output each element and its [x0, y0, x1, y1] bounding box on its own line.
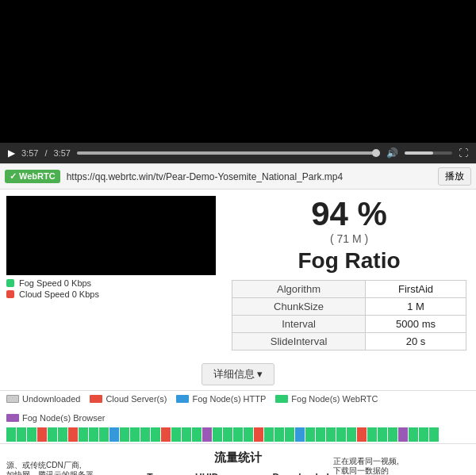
chunk-legend-label: Cloud Server(s): [106, 394, 167, 404]
traffic-table: Type UUID Downloaded HTTPqq4MBHTTP207693…: [142, 470, 334, 475]
chunk-block: [48, 427, 57, 442]
chunk-block: [409, 427, 418, 442]
progress-fill: [77, 151, 380, 155]
stat-label: SlideInterval: [232, 333, 366, 351]
chunk-block: [120, 427, 129, 442]
chunk-block: [419, 427, 428, 442]
chunk-block: [347, 427, 356, 442]
percentage-display: 94 %: [232, 196, 466, 232]
progress-thumb: [372, 149, 380, 157]
chunk-block: [171, 427, 181, 442]
stats-row: AlgorithmFirstAid: [232, 281, 466, 298]
chunk-block: [254, 427, 263, 442]
chunk-block: [140, 427, 150, 442]
col-type: Type: [142, 470, 190, 475]
chunk-block: [192, 427, 202, 442]
stats-row: ChunkSize1 M: [232, 298, 466, 316]
traffic-title: 流量统计: [142, 450, 334, 465]
video-player: ▶ 3:57 / 3:57 🔊 ⛶: [0, 0, 476, 163]
chunk-block: [202, 427, 212, 442]
chunk-block: [182, 427, 191, 442]
fog-speed-dot: [6, 279, 14, 287]
chunk-block: [99, 427, 109, 442]
chunk-block: [58, 427, 67, 442]
fog-ratio-title: Fog Ratio: [232, 248, 466, 274]
chunk-block: [357, 427, 367, 442]
chunk-block: [79, 427, 88, 442]
chunk-block: [68, 427, 78, 442]
progress-bar-area[interactable]: ▶ 3:57 / 3:57 🔊 ⛶: [0, 143, 476, 163]
url-text: https://qq.webrtc.win/tv/Pear-Demo-Yosem…: [67, 171, 432, 182]
chunk-block: [130, 427, 140, 442]
stat-label: Interval: [232, 316, 366, 333]
stats-table: AlgorithmFirstAidChunkSize1 MInterval500…: [232, 280, 466, 351]
chunk-legend: UndownloadedCloud Server(s)Fog Node(s) H…: [0, 391, 476, 426]
chunk-legend-label: Fog Node(s) HTTP: [192, 394, 266, 404]
chunk-block: [151, 427, 160, 442]
time-display: 3:57: [21, 148, 38, 158]
video-screen: [0, 0, 476, 143]
play-button[interactable]: 播放: [438, 167, 471, 186]
video-preview: [6, 196, 216, 275]
stat-label: Algorithm: [232, 281, 366, 298]
chunk-swatch: [176, 395, 189, 403]
chunk-block: [17, 427, 26, 442]
right-panel: 94 % ( 71 M ) Fog Ratio AlgorithmFirstAi…: [222, 190, 476, 357]
stat-value: 5000 ms: [366, 316, 466, 333]
cloud-speed-legend: Cloud Speed 0 Kbps: [6, 289, 216, 299]
stat-value: 20 s: [366, 333, 466, 351]
chunk-block: [37, 427, 47, 442]
play-icon[interactable]: ▶: [8, 147, 15, 159]
fog-speed-label: Fog Speed 0 Kbps: [19, 278, 91, 288]
chunk-block: [316, 427, 325, 442]
chunk-block: [161, 427, 171, 442]
traffic-section: 流量统计 Type UUID Downloaded HTTPqq4MBHTTP2…: [0, 447, 476, 475]
url-bar: ✓ WebRTC https://qq.webrtc.win/tv/Pear-D…: [0, 163, 476, 190]
chunk-legend-item: Fog Node(s) Browser: [6, 413, 106, 423]
stat-value: 1 M: [366, 298, 466, 316]
chunk-block: [89, 427, 98, 442]
chunk-blocks: [0, 426, 476, 443]
chunk-block: [398, 427, 408, 442]
col-downloaded: Downloaded: [267, 470, 333, 475]
volume-icon[interactable]: 🔊: [386, 147, 398, 159]
webrtc-badge: ✓ WebRTC: [5, 170, 60, 183]
stats-row: SlideInterval20 s: [232, 333, 466, 351]
stat-value: FirstAid: [366, 281, 466, 298]
bottom-section: 流量统计 Type UUID Downloaded HTTPqq4MBHTTP2…: [0, 444, 476, 475]
left-panel: Fog Speed 0 Kbps Cloud Speed 0 Kbps: [0, 190, 222, 357]
chunk-swatch: [6, 395, 19, 403]
chunk-legend-label: Fog Node(s) WebRTC: [291, 394, 378, 404]
chunk-legend-label: Undownloaded: [22, 394, 80, 404]
chunk-swatch: [275, 395, 288, 403]
col-uuid: UUID: [190, 470, 267, 475]
time-total: 3:57: [53, 148, 70, 158]
fullscreen-icon[interactable]: ⛶: [459, 147, 468, 159]
chunk-swatch: [90, 395, 102, 403]
cloud-speed-label: Cloud Speed 0 Kbps: [19, 289, 99, 299]
chunk-legend-item: Cloud Server(s): [90, 394, 167, 404]
details-row: 详细信息 ▾: [0, 357, 476, 390]
chunk-block: [326, 427, 336, 442]
stats-row: Interval5000 ms: [232, 316, 466, 333]
cloud-speed-dot: [6, 290, 14, 298]
chunk-block: [27, 427, 36, 442]
chunk-block: [233, 427, 243, 442]
chunk-block: [213, 427, 222, 442]
chunk-block: [264, 427, 274, 442]
chunk-block: [274, 427, 284, 442]
volume-track[interactable]: [405, 151, 452, 155]
fog-speed-legend: Fog Speed 0 Kbps: [6, 278, 216, 288]
chunk-block: [429, 427, 439, 442]
chunk-block: [295, 427, 305, 442]
details-button[interactable]: 详细信息 ▾: [202, 363, 275, 385]
chunk-legend-item: Fog Node(s) HTTP: [176, 394, 266, 404]
chunk-block: [388, 427, 397, 442]
chunk-legend-item: Undownloaded: [6, 394, 80, 404]
progress-track[interactable]: [77, 151, 380, 155]
chunk-block: [285, 427, 294, 442]
chunk-swatch: [6, 414, 19, 422]
legend: Fog Speed 0 Kbps Cloud Speed 0 Kbps: [6, 278, 216, 299]
size-label: ( 71 M ): [232, 232, 466, 245]
chunk-legend-item: Fog Node(s) WebRTC: [275, 394, 378, 404]
